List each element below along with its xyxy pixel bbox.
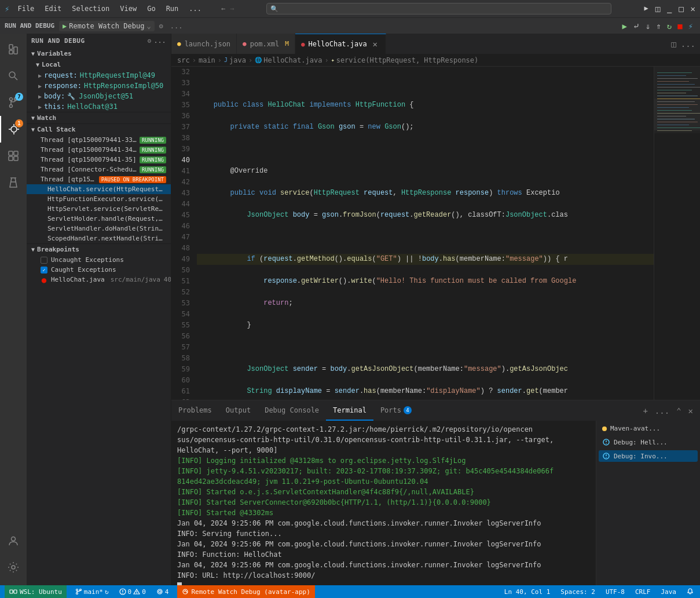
stack-frame-0[interactable]: HelloChat.service(HttpRequest,HttpRespon… (27, 184, 171, 194)
variables-section-title[interactable]: ▼ Variables (27, 48, 171, 59)
panel-side-maven[interactable]: Maven-avat... (599, 423, 698, 434)
activity-item-accounts[interactable] (0, 527, 27, 554)
status-position[interactable]: Ln 40, Col 1 (503, 588, 552, 596)
bp-caught[interactable]: ✓ Caught Exceptions (27, 265, 171, 275)
stack-frame-1[interactable]: HttpFunctionExecutor.service(HttpServlet… (27, 194, 171, 204)
tab-pom-xml[interactable]: ● pom.xml M (237, 34, 295, 54)
bp-caught-checkbox[interactable]: ✓ (41, 267, 47, 274)
tab-close-hellochat-java[interactable]: ✕ (371, 39, 380, 49)
close-btn[interactable]: ✕ (691, 4, 695, 13)
split-editor-btn[interactable]: ◫ (655, 4, 660, 13)
panel-more-btn[interactable]: ... (653, 405, 672, 417)
status-debug-threads[interactable]: 4 (155, 588, 171, 596)
panel-tab-debug-console[interactable]: Debug Console (258, 400, 326, 421)
bp-uncaught[interactable]: Uncaught Exceptions (27, 255, 171, 265)
debug-restart-btn[interactable]: ↻ (665, 20, 674, 32)
activity-item-search[interactable] (0, 63, 27, 89)
menu-view[interactable]: View (115, 3, 141, 14)
stack-frame-4[interactable]: ServletHandler.doHandle(String,Request,H… (27, 224, 171, 234)
activity-item-debug[interactable]: 1 (0, 116, 27, 143)
breadcrumb-method[interactable]: ✦ service(HttpRequest, HttpResponse) (331, 56, 479, 64)
run-and-debug-label: RUN AND DEBUG (5, 22, 54, 30)
bp-hellochat[interactable]: ● HelloChat.java src/main/java 40 (27, 275, 171, 285)
more-tabs-btn[interactable]: ... (680, 38, 697, 50)
status-errors[interactable]: 0 0 (118, 588, 148, 596)
debug-step-into-btn[interactable]: ⇓ (643, 20, 653, 32)
split-editor-right-btn[interactable]: ◫ (670, 38, 677, 50)
panel-side-debug-invo[interactable]: Debug: Invo... (599, 450, 698, 462)
status-remote[interactable]: WSL: Ubuntu (5, 585, 67, 598)
status-language[interactable]: Java (659, 588, 679, 596)
panel-side-debug-hell[interactable]: Debug: Hell... (599, 436, 698, 448)
status-spaces-label: Spaces: 2 (560, 588, 595, 596)
local-subsection-title[interactable]: ▼ Local (27, 59, 171, 70)
menu-edit[interactable]: Edit (40, 3, 66, 14)
status-spaces[interactable]: Spaces: 2 (559, 588, 597, 596)
var-request[interactable]: ▶ request: HttpRequestImpl@49 (27, 70, 171, 81)
nav-back[interactable]: ← (221, 5, 225, 13)
code-editor[interactable]: 32 33 34 35 36 37 38 39 40 41 42 43 44 4… (171, 67, 654, 400)
tab-launch-json[interactable]: ● launch.json (171, 34, 237, 54)
menu-selection[interactable]: Selection (67, 3, 114, 14)
status-debug-session[interactable]: Remote Watch Debug (avatar-app) (177, 585, 314, 598)
activity-item-testing[interactable] (0, 169, 27, 196)
sidebar-settings-btn[interactable]: ⚙ (148, 37, 152, 45)
terminal-content[interactable]: /grpc-context/1.27.2/grpc-context-1.27.2… (171, 421, 596, 585)
activity-item-extensions[interactable] (0, 143, 27, 169)
breadcrumb-main[interactable]: main (199, 56, 215, 64)
call-stack-section-title[interactable]: ▼ Call Stack (27, 124, 171, 135)
activity-item-explorer[interactable] (0, 36, 27, 63)
panel-maximize-btn[interactable]: ⌃ (674, 405, 683, 417)
menu-go[interactable]: Go (142, 3, 160, 14)
status-encoding[interactable]: UTF-8 (604, 588, 626, 596)
nav-forward[interactable]: → (230, 5, 234, 13)
command-palette[interactable]: 🔍 (266, 3, 611, 14)
activity-item-settings[interactable] (0, 554, 27, 581)
debug-config-dropdown[interactable]: ▶ Remote Watch Debug ⌄ (59, 21, 155, 31)
debug-hot-reload-btn[interactable]: ⚡ (686, 20, 695, 32)
breakpoints-section-title[interactable]: ▼ Breakpoints (27, 244, 171, 255)
breadcrumb-java[interactable]: J java (224, 56, 246, 64)
thread-4[interactable]: Thread [Connector-Scheduler-6920b0bc-1] … (27, 165, 171, 174)
watch-section-title[interactable]: ▼ Watch (27, 112, 171, 123)
sidebar-more-btn[interactable]: ... (154, 37, 166, 45)
menu-run[interactable]: Run (162, 3, 184, 14)
breadcrumb-class[interactable]: 🌐 HelloChat.java (255, 56, 322, 64)
debug-step-over-btn[interactable]: ⤶ (631, 20, 642, 32)
thread-2[interactable]: Thread [qtp1500079441-34-acceptor-1@66..… (27, 145, 171, 155)
thread-3[interactable]: Thread [qtp1500079441-35] RUNNING (27, 155, 171, 165)
thread-1[interactable]: Thread [qtp1500079441-33-acceptor-0@48..… (27, 135, 171, 145)
panel-add-btn[interactable]: + (640, 405, 650, 417)
stack-frame-2[interactable]: HttpServlet.service(ServletRequest,Servl… (27, 204, 171, 214)
stack-frame-3[interactable]: ServletHolder.handle(Request,ServletRequ… (27, 214, 171, 224)
tab-hellochat-java[interactable]: ● HelloChat.java ✕ (295, 34, 386, 54)
status-eol[interactable]: CRLF (633, 588, 653, 596)
stack-frame-5[interactable]: ScopedHandler.nextHandle(String,Request,… (27, 234, 171, 243)
status-branch[interactable]: main* ↻ (74, 588, 111, 596)
debug-step-out-btn[interactable]: ⇑ (654, 20, 663, 32)
var-this[interactable]: ▶ this: HelloChat@31 (27, 101, 171, 112)
thread-5[interactable]: Thread [qtp1500079441-37] PAUSED ON BREA… (27, 174, 171, 184)
bp-uncaught-checkbox[interactable] (41, 257, 47, 264)
debug-settings-btn[interactable]: ⚙ (157, 21, 166, 31)
code-content[interactable]: public class HelloChat implements HttpFu… (195, 67, 654, 400)
panel-tab-output[interactable]: Output (219, 400, 258, 421)
menu-file[interactable]: File (13, 3, 39, 14)
maximize-btn[interactable]: □ (679, 4, 683, 13)
panel-tab-ports[interactable]: Ports 4 (373, 400, 419, 421)
minimize-btn[interactable]: ⎯ (667, 4, 672, 13)
panel-side: Maven-avat... Debug: Hell... Debug: Invo… (596, 421, 700, 585)
var-body[interactable]: ▶ body: 🔧 JsonObject@51 (27, 91, 171, 101)
activity-item-source-control[interactable]: 7 (0, 89, 27, 116)
debug-more-btn[interactable]: ... (168, 21, 185, 31)
debug-continue-btn[interactable]: ▶ (620, 20, 629, 32)
panel-tab-problems[interactable]: Problems (171, 400, 219, 421)
breadcrumb-src[interactable]: src (177, 56, 190, 64)
debug-run-btn[interactable]: ▶ (644, 4, 648, 13)
menu-more[interactable]: ... (184, 3, 206, 14)
status-notifications[interactable] (685, 588, 695, 596)
panel-close-btn[interactable]: ✕ (686, 405, 695, 417)
var-response[interactable]: ▶ response: HttpResponseImpl@50 (27, 81, 171, 91)
debug-stop-btn[interactable]: ■ (675, 20, 684, 32)
panel-tab-terminal[interactable]: Terminal (326, 400, 373, 421)
